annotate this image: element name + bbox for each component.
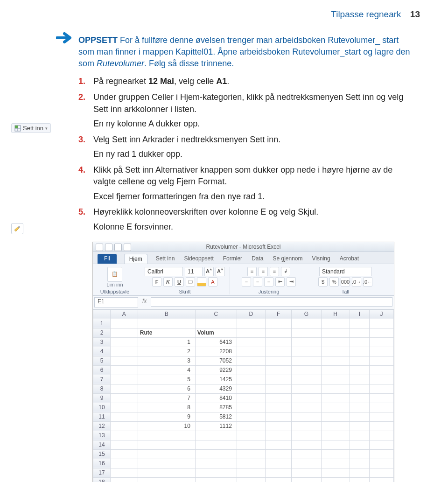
- cell[interactable]: [195, 449, 237, 459]
- cell[interactable]: [350, 356, 370, 365]
- cell[interactable]: [370, 319, 394, 328]
- cell[interactable]: 9: [138, 412, 195, 421]
- cell[interactable]: [321, 440, 350, 449]
- col-header[interactable]: F: [265, 309, 291, 319]
- cell[interactable]: [370, 449, 394, 459]
- cell[interactable]: [265, 459, 291, 468]
- cell[interactable]: [237, 459, 265, 468]
- cell[interactable]: [370, 347, 394, 356]
- cell[interactable]: [321, 449, 350, 459]
- cell[interactable]: [292, 347, 321, 356]
- cell[interactable]: 5812: [195, 412, 237, 421]
- cell[interactable]: [350, 477, 370, 482]
- cell[interactable]: [292, 412, 321, 421]
- paste-icon[interactable]: 📋: [107, 267, 122, 282]
- cell[interactable]: [350, 365, 370, 375]
- cell[interactable]: [265, 477, 291, 482]
- cell[interactable]: 7052: [195, 356, 237, 365]
- cell[interactable]: [292, 337, 321, 347]
- row-header[interactable]: 6: [93, 365, 111, 375]
- row-header[interactable]: 11: [93, 412, 111, 421]
- wrap-text-icon[interactable]: ↲: [281, 267, 290, 276]
- cell[interactable]: [292, 440, 321, 449]
- cell[interactable]: 8785: [195, 403, 237, 412]
- cell[interactable]: 8410: [195, 393, 237, 403]
- cell[interactable]: [138, 449, 195, 459]
- cell[interactable]: [265, 449, 291, 459]
- cell[interactable]: [111, 449, 138, 459]
- cell[interactable]: 8: [138, 403, 195, 412]
- cell[interactable]: [237, 421, 265, 431]
- cell[interactable]: [370, 421, 394, 431]
- decrease-decimal-icon[interactable]: .0←: [363, 277, 372, 286]
- align-center-icon[interactable]: ≡: [253, 277, 262, 286]
- cell[interactable]: [321, 477, 350, 482]
- cell[interactable]: [321, 384, 350, 393]
- cell[interactable]: [350, 468, 370, 477]
- cell[interactable]: [111, 384, 138, 393]
- italic-button[interactable]: K: [163, 277, 173, 286]
- cell[interactable]: [321, 356, 350, 365]
- cell[interactable]: [321, 393, 350, 403]
- grow-font-icon[interactable]: A˄: [204, 267, 214, 276]
- cell[interactable]: [321, 347, 350, 356]
- cell[interactable]: [292, 356, 321, 365]
- cell[interactable]: [265, 440, 291, 449]
- tab-formulas[interactable]: Formler: [222, 254, 243, 264]
- align-middle-icon[interactable]: ≡: [259, 267, 268, 276]
- cell[interactable]: [350, 421, 370, 431]
- col-header[interactable]: J: [370, 309, 394, 319]
- cell[interactable]: [292, 384, 321, 393]
- fx-icon[interactable]: fx: [140, 296, 149, 309]
- cell[interactable]: [321, 375, 350, 384]
- cell[interactable]: [321, 431, 350, 440]
- cell[interactable]: [370, 412, 394, 421]
- cell[interactable]: [195, 431, 237, 440]
- row-header[interactable]: 18: [93, 477, 111, 482]
- cell[interactable]: [370, 356, 394, 365]
- cell[interactable]: [237, 412, 265, 421]
- cell[interactable]: [350, 393, 370, 403]
- cell[interactable]: [237, 356, 265, 365]
- cell[interactable]: [292, 328, 321, 337]
- row-header[interactable]: 13: [93, 431, 111, 440]
- cell[interactable]: [195, 468, 237, 477]
- cell[interactable]: [195, 459, 237, 468]
- currency-icon[interactable]: $: [318, 277, 328, 286]
- tab-insert[interactable]: Sett inn: [155, 254, 176, 264]
- cell[interactable]: [237, 449, 265, 459]
- col-header[interactable]: B: [138, 309, 195, 319]
- cell[interactable]: 3: [138, 356, 195, 365]
- cell[interactable]: 9229: [195, 365, 237, 375]
- cell[interactable]: [111, 468, 138, 477]
- cell[interactable]: 5: [138, 375, 195, 384]
- row-header[interactable]: 14: [93, 440, 111, 449]
- cell[interactable]: [195, 477, 237, 482]
- cell[interactable]: [265, 337, 291, 347]
- cell[interactable]: [111, 337, 138, 347]
- cell[interactable]: [321, 468, 350, 477]
- cell[interactable]: [350, 412, 370, 421]
- cell[interactable]: [292, 403, 321, 412]
- cell[interactable]: [111, 356, 138, 365]
- cell[interactable]: [138, 431, 195, 440]
- cell[interactable]: [321, 403, 350, 412]
- cell[interactable]: [237, 328, 265, 337]
- font-size-combo[interactable]: 11: [185, 267, 203, 276]
- cell[interactable]: [265, 328, 291, 337]
- cell[interactable]: [370, 431, 394, 440]
- row-header[interactable]: 1: [93, 319, 111, 328]
- cell[interactable]: [111, 328, 138, 337]
- increase-indent-icon[interactable]: ⇥: [287, 277, 296, 286]
- cell[interactable]: [237, 431, 265, 440]
- cell[interactable]: [138, 468, 195, 477]
- cell[interactable]: [350, 431, 370, 440]
- col-header[interactable]: I: [350, 309, 370, 319]
- row-header[interactable]: 5: [93, 356, 111, 365]
- cell[interactable]: [265, 347, 291, 356]
- cell[interactable]: [111, 477, 138, 482]
- cell[interactable]: 2208: [195, 347, 237, 356]
- cell[interactable]: [370, 375, 394, 384]
- cell[interactable]: [370, 477, 394, 482]
- cell[interactable]: [111, 421, 138, 431]
